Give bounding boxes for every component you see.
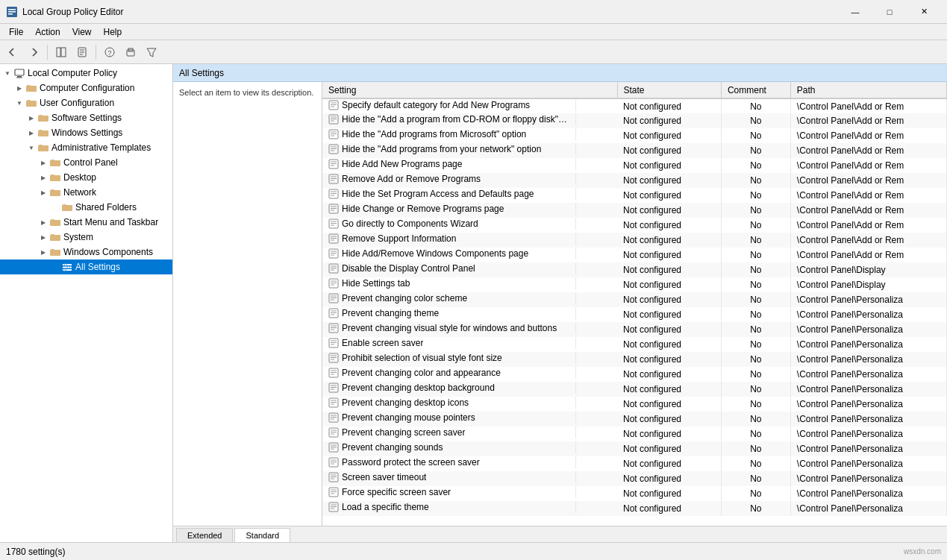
tree-item-control-panel[interactable]: ▶ Control Panel [0,155,172,170]
svg-rect-18 [63,264,72,265]
col-comment[interactable]: Comment [721,82,790,98]
table-row[interactable]: Hide Change or Remove Programs pageNot c… [322,203,947,218]
tree-item-user-config[interactable]: ▼ User Configuration [0,95,172,110]
show-hide-button[interactable] [51,43,71,62]
forward-button[interactable] [24,43,43,62]
table-row[interactable]: Load a specific themeNot configuredNo\Co… [322,501,947,516]
table-row[interactable]: Hide Add New Programs pageNot configured… [322,158,947,173]
table-row[interactable]: Hide the Set Program Access and Defaults… [322,188,947,203]
col-path[interactable]: Path [790,82,946,98]
tree-item-start-menu[interactable]: ▶ Start Menu and Taskbar [0,215,172,230]
expander-network[interactable]: ▶ [37,185,49,200]
expander-user[interactable]: ▼ [13,95,25,110]
table-row[interactable]: Remove Support InformationNot configured… [322,233,947,248]
setting-path: \Control Panel\Add or Rem [790,218,946,233]
setting-path: \Control Panel\Personaliza [790,456,946,471]
svg-rect-2 [8,11,16,13]
back-button[interactable] [3,43,22,62]
tree-label-windows: Windows Settings [51,128,122,138]
tree-item-software-settings[interactable]: ▶ Software Settings [0,110,172,125]
folder-icon-wc [49,246,61,258]
setting-label: Prevent changing theme [342,308,439,318]
filter-button[interactable] [142,43,161,62]
setting-icon [328,248,339,259]
table-row[interactable]: Prevent changing themeNot configuredNo\C… [322,307,947,322]
table-row[interactable]: Prevent changing visual style for window… [322,322,947,337]
maximize-button[interactable]: □ [872,0,907,24]
expander-desktop[interactable]: ▶ [37,170,49,185]
table-row[interactable]: Hide the "Add programs from your network… [322,143,947,158]
table-row[interactable]: Hide the "Add programs from Microsoft" o… [322,128,947,143]
menu-file[interactable]: File [3,25,29,39]
expander-windows[interactable]: ▶ [25,125,37,140]
table-row[interactable]: Prevent changing soundsNot configuredNo\… [322,441,947,456]
setting-label: Hide Settings tab [342,278,410,289]
table-row[interactable]: Hide Settings tabNot configuredNo\Contro… [322,277,947,292]
table-row[interactable]: Go directly to Components WizardNot conf… [322,218,947,233]
tree-item-all-settings[interactable]: ▶ All Settings [0,259,172,274]
col-setting[interactable]: Setting [322,82,617,98]
tree-label-start: Start Menu and Taskbar [63,217,158,227]
folder-icon-desktop [49,172,61,183]
tree-item-local-computer-policy[interactable]: ▼ Local Computer Policy [0,66,172,81]
expander-admin[interactable]: ▼ [25,140,37,155]
setting-comment: No [721,292,790,307]
table-row[interactable]: Prevent changing mouse pointersNot confi… [322,412,947,427]
expander-cp[interactable]: ▶ [37,155,49,170]
properties-button[interactable] [72,43,92,62]
table-row[interactable]: Prevent changing color and appearanceNot… [322,367,947,382]
table-row[interactable]: Specify default category for Add New Pro… [322,98,947,113]
table-row[interactable]: Force specific screen saverNot configure… [322,486,947,501]
expander-wc[interactable]: ▶ [37,245,49,259]
export-button[interactable] [121,43,140,62]
svg-rect-96 [329,368,338,377]
tab-standard[interactable]: Standard [234,528,290,542]
setting-state: Not configured [617,277,721,292]
expander-start[interactable]: ▶ [37,215,49,230]
expander-computer[interactable]: ▶ [13,81,25,95]
col-state[interactable]: State [617,82,721,98]
setting-path: \Control Panel\Personaliza [790,322,946,337]
svg-rect-5 [61,48,66,57]
tree-item-windows-settings[interactable]: ▶ Windows Settings [0,125,172,140]
table-row[interactable]: Prevent changing color schemeNot configu… [322,292,947,307]
help-button[interactable]: ? [100,43,119,62]
table-container[interactable]: Setting State Comment Path Specify defau… [322,82,947,526]
table-row[interactable]: Remove Add or Remove ProgramsNot configu… [322,173,947,188]
tree-pane[interactable]: ▼ Local Computer Policy ▶ Computer Confi… [0,64,173,542]
setting-icon [328,487,339,497]
table-row[interactable]: Screen saver timeoutNot configuredNo\Con… [322,471,947,486]
tab-extended[interactable]: Extended [176,528,233,542]
menu-action[interactable]: Action [29,25,66,39]
menu-view[interactable]: View [66,25,98,39]
tree-item-system[interactable]: ▶ System [0,230,172,245]
close-button[interactable]: ✕ [907,0,941,24]
expander-local[interactable]: ▼ [1,66,13,81]
table-row[interactable]: Enable screen saverNot configuredNo\Cont… [322,337,947,352]
tree-item-admin-templates[interactable]: ▼ Administrative Templates [0,140,172,155]
tree-item-network[interactable]: ▶ Network [0,185,172,200]
tree-item-windows-components[interactable]: ▶ Windows Components [0,245,172,259]
expander-software[interactable]: ▶ [25,110,37,125]
setting-state: Not configured [617,98,721,113]
setting-icon [328,368,339,378]
setting-label: Prevent changing desktop background [342,383,495,393]
table-row[interactable]: Hide the "Add a program from CD-ROM or f… [322,113,947,128]
table-row[interactable]: Password protect the screen saverNot con… [322,456,947,471]
setting-state: Not configured [617,352,721,367]
tree-item-computer-config[interactable]: ▶ Computer Configuration [0,81,172,95]
tree-item-desktop[interactable]: ▶ Desktop [0,170,172,185]
table-row[interactable]: Prevent changing desktop iconsNot config… [322,397,947,412]
setting-comment: No [721,98,790,113]
minimize-button[interactable]: — [838,0,872,24]
tree-item-shared-folders[interactable]: ▶ Shared Folders [0,200,172,215]
setting-state: Not configured [617,322,721,337]
table-row[interactable]: Disable the Display Control PanelNot con… [322,262,947,277]
table-row[interactable]: Prevent changing desktop backgroundNot c… [322,382,947,397]
menu-help[interactable]: Help [98,25,128,39]
tree-label-user: User Configuration [40,98,114,108]
table-row[interactable]: Prohibit selection of visual style font … [322,352,947,367]
table-row[interactable]: Prevent changing screen saverNot configu… [322,427,947,441]
expander-system[interactable]: ▶ [37,230,49,245]
table-row[interactable]: Hide Add/Remove Windows Components pageN… [322,248,947,262]
